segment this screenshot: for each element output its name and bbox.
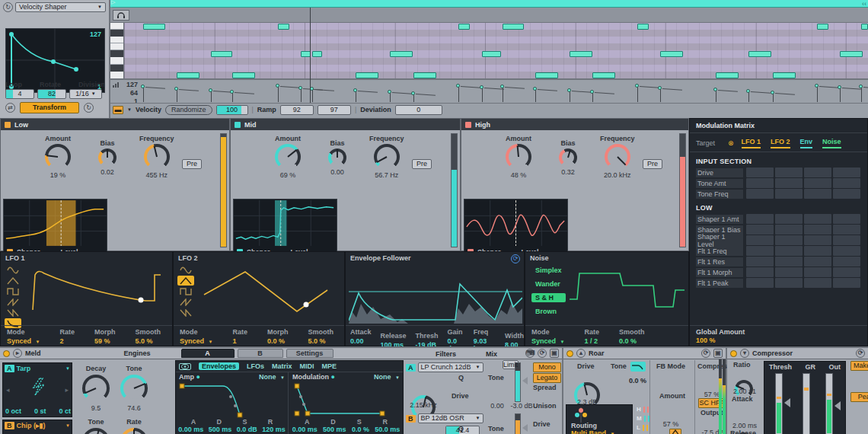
frequency-knob-group[interactable]: Frequency 56.7 Hz — [369, 135, 404, 179]
fader-handle-icon[interactable] — [522, 424, 528, 432]
amp-s-value[interactable]: 0.0 dB — [237, 426, 257, 433]
black-key[interactable] — [110, 65, 123, 72]
device-on-toggle[interactable] — [566, 350, 573, 357]
midi-note[interactable] — [637, 24, 649, 30]
matrix-cell[interactable] — [833, 257, 860, 266]
midi-note[interactable] — [748, 51, 771, 57]
white-key[interactable] — [110, 23, 123, 30]
matrix-cell[interactable] — [833, 168, 860, 177]
midi-note[interactable] — [660, 51, 683, 57]
compressor-header[interactable]: ▾ Compressor ⟳ — [727, 348, 868, 359]
hot-swap-icon[interactable]: ⟳ — [856, 349, 865, 358]
routing-select[interactable]: Multi Band ▼ — [571, 429, 614, 434]
clear-target-icon[interactable]: ⊗ — [728, 139, 734, 147]
modulation-envelope[interactable]: Modulation ● None ▼ ADSR 0.00 ms 500 ms — [289, 372, 403, 434]
meld-header[interactable]: ▸ Meld Engines A B Settings ⌨ ⟳ ▣ — [0, 348, 562, 359]
matrix-cell[interactable] — [746, 189, 774, 199]
matrix-col-noise[interactable]: Noise — [822, 138, 841, 148]
velocity-marker[interactable] — [570, 91, 570, 102]
mode-select[interactable]: Synced ▼ — [531, 337, 564, 345]
velocity-marker[interactable] — [278, 86, 279, 102]
rate-value[interactable]: 1 — [232, 337, 247, 345]
rate-value[interactable]: 2 — [59, 337, 75, 345]
noise-type-simplex[interactable]: Simplex — [531, 266, 566, 275]
playhead[interactable] — [310, 8, 311, 103]
midi-note[interactable] — [143, 24, 165, 30]
velocity-marker[interactable] — [592, 92, 593, 102]
velocity-marker[interactable] — [861, 87, 862, 102]
fb-amount-value[interactable]: 57 % — [659, 420, 682, 428]
engine-b-select[interactable]: Chip (▸▮) — [17, 422, 62, 429]
device-on-toggle[interactable] — [3, 350, 10, 357]
lfo1-waveform[interactable] — [25, 263, 170, 324]
velocity-marker[interactable] — [413, 94, 414, 102]
subtab-lfos[interactable]: LFOs — [247, 362, 264, 370]
matrix-cell[interactable] — [804, 278, 831, 288]
white-key[interactable] — [110, 43, 123, 50]
velocity-marker[interactable] — [817, 86, 818, 102]
midi-note[interactable] — [570, 51, 592, 57]
transform-button[interactable]: Transform — [20, 102, 79, 113]
matrix-row-label[interactable]: Shaper 1 Amt — [696, 215, 743, 224]
mix-a-tone-value[interactable]: 0.00 — [486, 402, 509, 410]
amp-d-value[interactable]: 500 ms — [209, 426, 232, 433]
unfold-icon[interactable]: ▾ — [740, 349, 749, 358]
save-preset-icon[interactable]: ▣ — [713, 349, 723, 358]
velocity-marker[interactable] — [482, 88, 483, 102]
morph-value[interactable]: 59 % — [94, 337, 116, 345]
matrix-cell[interactable] — [833, 189, 860, 199]
filter-a-type-select[interactable]: LP Crunch 12dB▼ — [418, 362, 483, 372]
envf-waveform[interactable] — [349, 264, 522, 324]
pre-button[interactable]: Pre — [182, 159, 202, 169]
square-wave-icon[interactable] — [177, 286, 194, 296]
prev-engine-icon[interactable]: ◂ — [6, 386, 10, 394]
tab-settings[interactable]: Settings — [286, 349, 333, 358]
out-meter[interactable] — [825, 373, 833, 434]
mix-b-fader[interactable] — [515, 413, 521, 434]
amount-knob-group[interactable]: Amount 69 % — [275, 135, 301, 179]
transform-tool-select[interactable]: Velocity Shaper ▼ — [15, 2, 106, 12]
amp-mod-select[interactable]: None ▼ — [259, 373, 285, 381]
sine-wave-icon[interactable] — [177, 265, 194, 275]
velocity-marker[interactable] — [390, 92, 391, 102]
velocity-lane[interactable] — [124, 78, 868, 103]
matrix-col-env[interactable]: Env — [800, 138, 813, 148]
midi-note[interactable] — [177, 72, 199, 78]
next-engine-icon[interactable]: ▸ — [65, 386, 69, 394]
matrix-cell[interactable] — [833, 246, 860, 256]
pre-button[interactable]: Pre — [412, 159, 432, 169]
filter-a-freq-value[interactable]: 2.15 kHz — [406, 401, 441, 409]
amp-r-value[interactable]: 120 ms — [262, 426, 286, 433]
matrix-cell[interactable] — [775, 168, 803, 177]
tab-a[interactable]: A — [181, 349, 235, 358]
mono-button[interactable]: Mono — [533, 362, 561, 372]
rotate-input[interactable]: 82 — [37, 89, 66, 99]
note-grid[interactable] — [124, 23, 868, 78]
ramp-down-icon[interactable] — [177, 308, 194, 318]
matrix-cell[interactable] — [833, 178, 860, 188]
velocity-marker[interactable] — [637, 86, 638, 102]
matrix-row-label[interactable]: Flt 1 Peak — [696, 279, 743, 288]
frequency-knob-group[interactable]: Frequency 20.0 kHz — [600, 135, 635, 179]
fb-shape-button[interactable] — [669, 429, 681, 434]
hot-swap-icon[interactable]: ⟳ — [701, 349, 710, 358]
limit-button[interactable]: Limit — [503, 360, 519, 369]
smooth-value[interactable]: 5.0 % — [136, 337, 161, 345]
bias-knob-group[interactable]: Bias 0.32 — [559, 139, 577, 176]
matrix-cell[interactable] — [746, 225, 774, 235]
matrix-cell[interactable] — [775, 257, 803, 266]
matrix-row-label[interactable]: Flt 1 Morph — [696, 268, 743, 277]
subtab-matrix[interactable]: Matrix — [272, 362, 292, 370]
fader-handle-icon[interactable] — [522, 377, 528, 385]
matrix-row-label[interactable]: Drive — [696, 168, 743, 177]
matrix-cell[interactable] — [804, 235, 831, 245]
matrix-cell[interactable] — [746, 235, 774, 245]
redo-icon[interactable]: ↻ — [84, 103, 94, 113]
cycle-icon[interactable]: ↻ — [3, 2, 13, 12]
mod-s-value[interactable]: 0.0 % — [352, 426, 369, 433]
matrix-cell[interactable] — [804, 267, 831, 277]
lfo2-waveform[interactable] — [198, 263, 341, 324]
exp-decay-wave-icon[interactable] — [5, 318, 21, 328]
deviation-input[interactable]: 0 — [395, 105, 442, 115]
matrix-row-label[interactable]: Flt 1 Res — [696, 257, 743, 266]
